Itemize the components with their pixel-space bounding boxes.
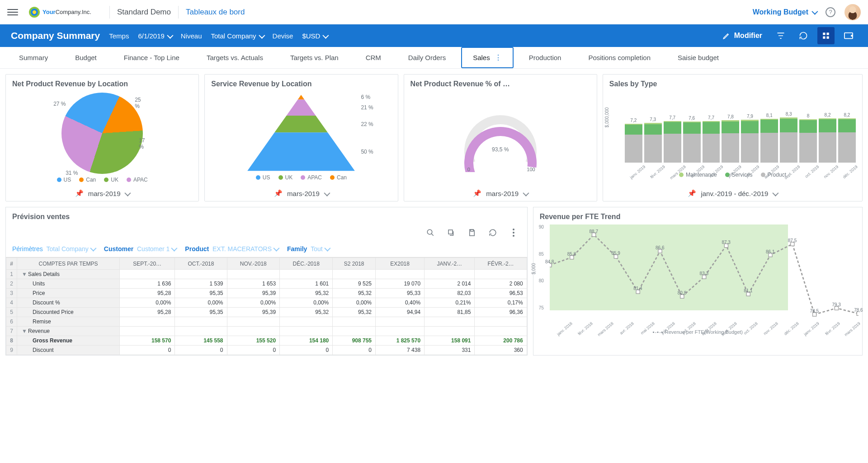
account-cell[interactable]: Units bbox=[17, 279, 120, 289]
value-cell[interactable]: 0,21% bbox=[425, 298, 475, 308]
column-header[interactable]: OCT.-2018 bbox=[175, 258, 227, 270]
column-header[interactable]: JANV.-2… bbox=[425, 258, 475, 270]
value-cell[interactable]: 1 539 bbox=[175, 279, 227, 289]
column-header[interactable]: # bbox=[6, 258, 17, 270]
filter-scope-dropdown[interactable]: Total Company bbox=[46, 245, 94, 253]
card-period-selector[interactable]: 📌 mars-2019 bbox=[205, 186, 397, 201]
value-cell[interactable] bbox=[280, 270, 333, 279]
value-cell[interactable] bbox=[333, 270, 376, 279]
value-cell[interactable]: 158 091 bbox=[425, 336, 475, 346]
value-cell[interactable]: 2 014 bbox=[425, 279, 475, 289]
value-cell[interactable] bbox=[120, 327, 175, 336]
value-cell[interactable] bbox=[175, 327, 227, 336]
refresh-sheet-button[interactable] bbox=[488, 228, 497, 237]
value-cell[interactable]: 95,33 bbox=[376, 289, 425, 298]
value-cell[interactable] bbox=[425, 270, 475, 279]
grid-view-button[interactable] bbox=[817, 27, 835, 44]
value-cell[interactable] bbox=[425, 327, 475, 336]
column-header[interactable]: DÉC.-2018 bbox=[280, 258, 333, 270]
value-cell[interactable]: 81,85 bbox=[425, 308, 475, 317]
table-row[interactable]: 5Discounted Price95,2895,3595,3995,3295,… bbox=[6, 308, 527, 317]
tab-production[interactable]: Production bbox=[517, 47, 573, 68]
value-cell[interactable]: 1 653 bbox=[227, 279, 280, 289]
value-cell[interactable]: 82,03 bbox=[425, 289, 475, 298]
value-cell[interactable]: 1 636 bbox=[120, 279, 175, 289]
value-cell[interactable] bbox=[280, 327, 333, 336]
value-cell[interactable]: 95,28 bbox=[120, 308, 175, 317]
budget-dropdown[interactable]: Working Budget bbox=[753, 8, 816, 16]
tab-menu-icon[interactable]: ⋮ bbox=[495, 53, 502, 62]
value-cell[interactable]: 0,00% bbox=[227, 298, 280, 308]
tab-daily-orders[interactable]: Daily Orders bbox=[396, 47, 458, 68]
tab-summary[interactable]: Summary bbox=[7, 47, 60, 68]
filter-family-dropdown[interactable]: Tout bbox=[311, 245, 329, 253]
hamburger-menu-icon[interactable] bbox=[7, 7, 18, 18]
column-header[interactable]: S2 2018 bbox=[333, 258, 376, 270]
value-cell[interactable]: 95,39 bbox=[227, 308, 280, 317]
modify-button[interactable]: Modifier bbox=[718, 29, 767, 42]
card-period-selector[interactable]: 📌 mars-2019 bbox=[404, 186, 597, 201]
value-cell[interactable]: 155 520 bbox=[227, 336, 280, 346]
value-cell[interactable]: 908 755 bbox=[333, 336, 376, 346]
value-cell[interactable] bbox=[333, 317, 376, 327]
value-cell[interactable]: 2 080 bbox=[475, 279, 527, 289]
value-cell[interactable] bbox=[227, 317, 280, 327]
value-cell[interactable]: 158 570 bbox=[120, 336, 175, 346]
table-row[interactable]: 9Discount000007 438331360 bbox=[6, 346, 527, 355]
level-dropdown[interactable]: Total Company bbox=[211, 32, 264, 40]
table-row[interactable]: 2Units1 6361 5391 6531 6019 52519 0702 0… bbox=[6, 279, 527, 289]
value-cell[interactable]: 95,35 bbox=[175, 289, 227, 298]
tab-crm[interactable]: CRM bbox=[354, 47, 393, 68]
table-row[interactable]: 3Price95,2895,3595,3995,3295,3295,3382,0… bbox=[6, 289, 527, 298]
value-cell[interactable] bbox=[376, 327, 425, 336]
time-dropdown[interactable]: 6/1/2019 bbox=[138, 32, 171, 40]
table-row[interactable]: 1▼Sales Details bbox=[6, 270, 527, 279]
tab-sales[interactable]: Sales⋮ bbox=[461, 47, 514, 68]
value-cell[interactable]: 0,17% bbox=[475, 298, 527, 308]
breadcrumb-link[interactable]: Tableaux de bord bbox=[186, 8, 245, 17]
legend-item[interactable]: US bbox=[256, 174, 270, 181]
filter-product-dropdown[interactable]: EXT. MACERATORS bbox=[212, 245, 278, 253]
table-row[interactable]: 6Remise bbox=[6, 317, 527, 327]
legend-item[interactable]: APAC bbox=[127, 177, 148, 183]
value-cell[interactable]: 95,32 bbox=[280, 308, 333, 317]
value-cell[interactable]: 0 bbox=[120, 346, 175, 355]
value-cell[interactable]: 95,39 bbox=[227, 289, 280, 298]
value-cell[interactable]: 0,00% bbox=[175, 298, 227, 308]
tab-finance-top-line[interactable]: Finance - Top Line bbox=[112, 47, 191, 68]
value-cell[interactable]: 94,94 bbox=[376, 308, 425, 317]
value-cell[interactable]: 0 bbox=[280, 346, 333, 355]
account-cell[interactable]: Remise bbox=[17, 317, 120, 327]
present-button[interactable] bbox=[840, 27, 857, 44]
column-header[interactable]: FÉVR.-2… bbox=[475, 258, 527, 270]
value-cell[interactable]: 9 525 bbox=[333, 279, 376, 289]
column-header[interactable]: COMPTES PAR TEMPS bbox=[17, 258, 120, 270]
legend-item[interactable]: UK bbox=[278, 174, 293, 181]
value-cell[interactable]: 0,00% bbox=[120, 298, 175, 308]
legend-item[interactable]: UK bbox=[104, 177, 118, 183]
legend-item[interactable]: APAC bbox=[301, 174, 322, 181]
value-cell[interactable] bbox=[425, 317, 475, 327]
value-cell[interactable] bbox=[175, 317, 227, 327]
value-cell[interactable]: 0 bbox=[333, 346, 376, 355]
value-cell[interactable] bbox=[175, 270, 227, 279]
account-cell[interactable]: ▼Revenue bbox=[17, 327, 120, 336]
value-cell[interactable]: 96,53 bbox=[475, 289, 527, 298]
options-button[interactable] bbox=[447, 228, 456, 237]
value-cell[interactable] bbox=[120, 317, 175, 327]
value-cell[interactable] bbox=[475, 270, 527, 279]
account-cell[interactable]: Gross Revenue bbox=[17, 336, 120, 346]
value-cell[interactable]: 0,00% bbox=[333, 298, 376, 308]
search-button[interactable] bbox=[426, 228, 435, 237]
tab-budget[interactable]: Budget bbox=[63, 47, 108, 68]
more-button[interactable] bbox=[509, 228, 518, 237]
card-period-selector[interactable]: 📌 janv.-2019 - déc.-2019 bbox=[603, 186, 862, 201]
value-cell[interactable]: 95,32 bbox=[280, 289, 333, 298]
value-cell[interactable] bbox=[227, 327, 280, 336]
collapse-icon[interactable]: ▼ bbox=[22, 271, 26, 276]
filter-customer-dropdown[interactable]: Customer 1 bbox=[137, 245, 176, 253]
table-row[interactable]: 4Discount %0,00%0,00%0,00%0,00%0,00%0,40… bbox=[6, 298, 527, 308]
sheet-grid[interactable]: #COMPTES PAR TEMPSSEPT.-20…OCT.-2018NOV.… bbox=[6, 257, 527, 355]
value-cell[interactable]: 96,36 bbox=[475, 308, 527, 317]
value-cell[interactable]: 0,00% bbox=[280, 298, 333, 308]
